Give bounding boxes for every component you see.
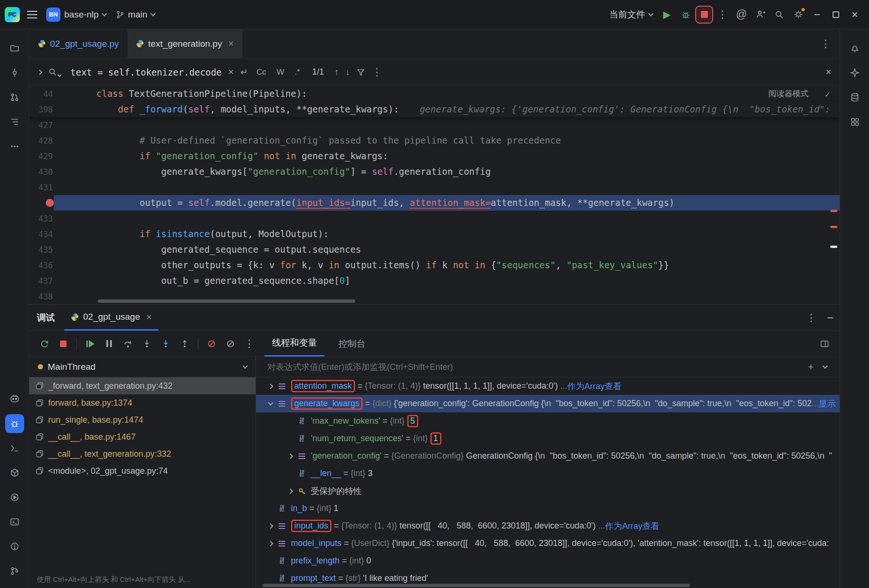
editor-gutter[interactable]: 434 bbox=[29, 226, 54, 242]
inspections-ok-icon[interactable]: ✓ bbox=[825, 86, 830, 102]
variable-row-generation_config[interactable]: 'generation_config' = {GenerationConfig}… bbox=[256, 447, 840, 465]
variable-row-generate_kwargs[interactable]: generate_kwargs = {dict} {'generation_co… bbox=[256, 395, 840, 412]
tab-options-button[interactable]: ⋮ bbox=[812, 38, 840, 50]
stack-frame-4[interactable]: __call__, text_generation.py:332 bbox=[29, 445, 256, 462]
code-line-435[interactable]: 435 generated_sequence = output.sequence… bbox=[29, 242, 840, 257]
stack-frame-5[interactable]: <module>, 02_gpt_usage.py:74 bbox=[29, 462, 256, 479]
layout-settings-button[interactable] bbox=[816, 335, 833, 352]
more-actions-button[interactable]: ⋮ bbox=[713, 5, 732, 24]
rerun-button[interactable] bbox=[36, 335, 53, 352]
code-line-437[interactable]: 437 out_b = generated_sequence.shape[0] bbox=[29, 273, 840, 289]
tree-chevron-icon[interactable] bbox=[268, 383, 273, 389]
code-line-434[interactable]: 434 if isinstance(output, ModelOutput): bbox=[29, 226, 840, 242]
code-line-429[interactable]: 429 if "generation_config" not in genera… bbox=[29, 148, 840, 164]
tab-threads-variables[interactable]: 线程和变量 bbox=[264, 331, 324, 357]
expand-find-icon[interactable] bbox=[37, 69, 42, 75]
editor-gutter[interactable]: 44 bbox=[29, 86, 54, 102]
code-line-436[interactable]: 436 other_outputs = {k: v for k, v in ou… bbox=[29, 257, 840, 273]
code-line-427[interactable]: 427 bbox=[29, 117, 840, 133]
python-console-tool-button[interactable] bbox=[5, 439, 24, 458]
commit-tool-button[interactable] bbox=[5, 63, 24, 82]
ai-chat-tool-button[interactable] bbox=[5, 390, 24, 409]
version-control-tool-button[interactable] bbox=[5, 562, 24, 580]
next-match-button[interactable]: ↓ bbox=[346, 67, 350, 77]
branch-selector[interactable]: main bbox=[111, 5, 160, 24]
code-line-432[interactable]: output = self.model.generate(input_ids=i… bbox=[29, 195, 840, 211]
search-mode-button[interactable] bbox=[48, 68, 61, 77]
tab-console[interactable]: 控制台 bbox=[331, 331, 373, 357]
code-line-433[interactable]: 433 bbox=[29, 211, 840, 226]
step-out-button[interactable] bbox=[176, 335, 193, 352]
ai-assistant-tool-button[interactable] bbox=[845, 63, 864, 82]
collapse-icon[interactable] bbox=[818, 360, 832, 374]
editor-gutter[interactable]: 428 bbox=[29, 133, 54, 148]
step-into-button[interactable] bbox=[138, 335, 155, 352]
code-line-431[interactable]: 431 bbox=[29, 179, 840, 195]
newline-icon[interactable]: ↵ bbox=[240, 67, 248, 77]
database-tool-button[interactable] bbox=[845, 88, 864, 107]
variable-row-__len__[interactable]: 1001__len__ = {int} 3 bbox=[256, 465, 840, 482]
previous-match-button[interactable]: ↑ bbox=[334, 67, 339, 77]
python-packages-tool-button[interactable] bbox=[5, 463, 24, 482]
stack-frame-3[interactable]: __call__, base.py:1467 bbox=[29, 428, 256, 445]
stack-frame-2[interactable]: run_single, base.py:1474 bbox=[29, 411, 256, 428]
notifications-button[interactable] bbox=[845, 39, 864, 58]
editor-gutter[interactable]: 431 bbox=[29, 179, 54, 195]
add-watch-icon[interactable] bbox=[804, 360, 818, 374]
editor-gutter[interactable]: 433 bbox=[29, 211, 54, 226]
editor-gutter[interactable]: 427 bbox=[29, 117, 54, 133]
variable-row-max_new_tokens[interactable]: 1001'max_new_tokens' = {int} 5 bbox=[256, 412, 840, 430]
editor-gutter[interactable]: 438 bbox=[29, 289, 54, 304]
code-line-430[interactable]: 430 generate_kwargs["generation_config"]… bbox=[29, 164, 840, 179]
find-options-button[interactable]: ⋮ bbox=[372, 66, 383, 78]
run-button[interactable]: ▶ bbox=[657, 5, 676, 24]
search-input[interactable]: text = self.tokenizer.decode bbox=[70, 67, 222, 77]
tree-chevron-icon[interactable] bbox=[268, 541, 273, 546]
close-find-icon[interactable]: × bbox=[826, 67, 831, 77]
breakpoint-dot[interactable] bbox=[46, 199, 54, 207]
variable-row-prefix_length[interactable]: 1001prefix_length = {int} 0 bbox=[256, 552, 840, 570]
debug-more-button[interactable]: ⋮ bbox=[241, 335, 258, 352]
editor-gutter[interactable]: 437 bbox=[29, 273, 54, 289]
variable-row-var[interactable]: 受保护的特性 bbox=[256, 482, 840, 500]
editor-gutter[interactable]: 430 bbox=[29, 164, 54, 179]
hide-debug-panel-button[interactable]: − bbox=[821, 308, 840, 327]
view-breakpoints-button[interactable] bbox=[222, 335, 239, 352]
code-line-398[interactable]: 398 def _forward(self, model_inputs, **g… bbox=[29, 102, 840, 117]
services-tool-button[interactable] bbox=[5, 488, 24, 507]
error-stripe-marker[interactable] bbox=[830, 246, 837, 248]
stack-frame-1[interactable]: forward, base.py:1374 bbox=[29, 394, 256, 411]
debug-button[interactable] bbox=[676, 5, 695, 24]
code-line-44[interactable]: 44class TextGenerationPipeline(Pipeline)… bbox=[29, 86, 840, 102]
window-minimize-button[interactable]: − bbox=[808, 5, 826, 24]
stop-debug-button[interactable] bbox=[55, 335, 72, 352]
tab-close-icon[interactable]: × bbox=[228, 38, 234, 49]
more-tool-windows-button[interactable] bbox=[5, 137, 24, 156]
editor-gutter[interactable] bbox=[29, 195, 54, 211]
variable-row-in_b[interactable]: 1001in_b = {int} 1 bbox=[256, 500, 840, 517]
variable-row-attention_mask[interactable]: attention_mask = {Tensor: (1, 4)} tensor… bbox=[256, 377, 840, 395]
window-close-button[interactable]: × bbox=[845, 5, 864, 24]
error-stripe-marker[interactable] bbox=[830, 210, 837, 212]
horizontal-scrollbar[interactable] bbox=[263, 584, 690, 587]
project-selector[interactable]: BN base-nlp bbox=[42, 5, 111, 24]
tree-chevron-icon[interactable] bbox=[268, 400, 273, 405]
variable-row-model_inputs[interactable]: model_inputs = {UserDict} {'input_ids': … bbox=[256, 535, 840, 552]
words-toggle[interactable]: W bbox=[275, 67, 286, 78]
editor-gutter[interactable]: 398 bbox=[29, 102, 54, 117]
tree-chevron-icon[interactable] bbox=[288, 488, 293, 494]
pycharm-logo-icon[interactable]: PC bbox=[5, 7, 20, 22]
view-as-array-link[interactable]: 作为Array查看 bbox=[605, 520, 659, 532]
editor-gutter[interactable]: 435 bbox=[29, 242, 54, 257]
debug-panel-options-button[interactable]: ⋮ bbox=[802, 308, 821, 327]
step-over-button[interactable] bbox=[119, 335, 136, 352]
code-line-428[interactable]: 428 # User-defined `generation_config` p… bbox=[29, 133, 840, 148]
mute-breakpoints-button[interactable] bbox=[203, 335, 220, 352]
stack-frame-0[interactable]: _forward, text_generation.py:432 bbox=[29, 377, 256, 394]
search-everywhere-button[interactable] bbox=[770, 5, 789, 24]
problems-tool-button[interactable] bbox=[5, 537, 24, 556]
evaluate-expression-input[interactable]: 对表达式求值(Enter)或添加监视(Ctrl+Shift+Enter) bbox=[256, 357, 840, 377]
pause-button[interactable] bbox=[101, 335, 118, 352]
code-with-me-button[interactable] bbox=[751, 5, 770, 24]
view-as-array-link[interactable]: 显示 bbox=[819, 398, 836, 409]
